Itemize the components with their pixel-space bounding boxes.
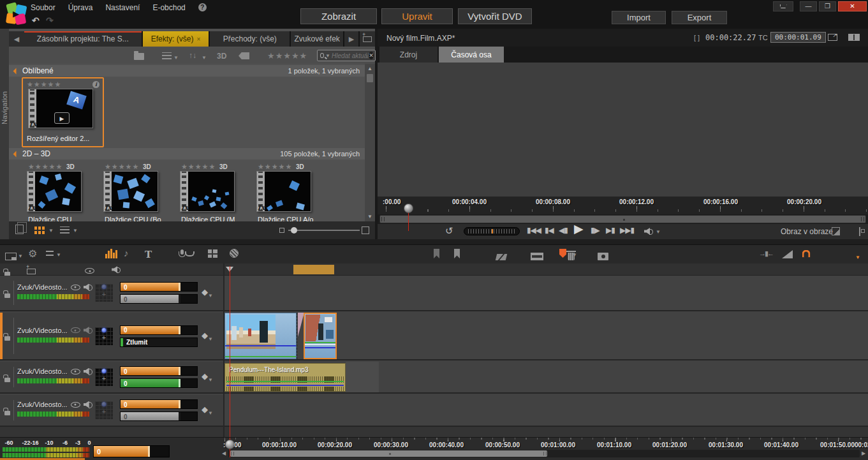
montage-grid-icon[interactable] bbox=[208, 249, 217, 258]
marker-caret-icon[interactable]: ▼ bbox=[572, 252, 577, 258]
track-volume-slider[interactable]: 0 bbox=[120, 282, 198, 292]
sort-caret-icon[interactable]: ▼ bbox=[202, 55, 207, 61]
scrollbar-grip[interactable] bbox=[543, 452, 547, 456]
scrollbar-grip[interactable] bbox=[381, 217, 385, 221]
track-body-2[interactable] bbox=[224, 313, 868, 360]
track-name[interactable]: Zvuk/Videosto... bbox=[17, 401, 68, 408]
go-to-end-button[interactable]: ▶▶▮ bbox=[620, 224, 634, 237]
timecode-display[interactable]: 00:00:01.09 bbox=[770, 32, 826, 43]
tab-sound-effects[interactable]: Zvukové efek bbox=[291, 31, 343, 47]
grid-view-caret-icon[interactable]: ▼ bbox=[48, 228, 54, 234]
tab-project-bin[interactable]: Zásobník projektu: The S... bbox=[24, 31, 142, 47]
close-button[interactable]: ✕ bbox=[838, 1, 867, 11]
section-header-favorites[interactable]: Oblíbené 1 položek, 1 vybraných bbox=[9, 65, 365, 77]
tab-casova-osa[interactable]: Časová osa bbox=[439, 47, 504, 63]
track-volume-slider[interactable]: 0 bbox=[120, 325, 198, 335]
panel-stack-icon[interactable] bbox=[15, 225, 24, 234]
track-pan-grid[interactable] bbox=[94, 283, 114, 302]
tab-scroll-left-icon[interactable]: ◀ bbox=[9, 31, 24, 47]
preview-area[interactable] bbox=[378, 63, 868, 197]
track-name[interactable]: Zvuk/Videosto... bbox=[17, 327, 68, 334]
go-to-start-button[interactable]: ▮◀◀ bbox=[527, 224, 541, 237]
zoom-in-icon[interactable] bbox=[362, 226, 369, 234]
settings-gear-icon[interactable]: ⚙ bbox=[28, 248, 37, 260]
folder-icon[interactable] bbox=[134, 53, 144, 60]
card-rating-stars[interactable]: ★★★★★ bbox=[28, 163, 63, 171]
range-marker[interactable] bbox=[293, 265, 334, 274]
track-pan-grid[interactable] bbox=[94, 367, 114, 387]
mute-all-speaker-icon[interactable] bbox=[112, 266, 121, 273]
scrollbar-grip[interactable] bbox=[231, 452, 234, 456]
customize-toolbar-icon[interactable] bbox=[5, 253, 17, 260]
thumbnail-zoom-slider[interactable] bbox=[288, 230, 360, 231]
effect-card-advanced-editor[interactable]: ★★★★★ i fx A ▶ Rozšířený editor 2... bbox=[22, 77, 104, 147]
next-clip-button[interactable]: ▶▮ bbox=[606, 224, 615, 237]
menu-soubor[interactable]: Soubor bbox=[31, 3, 55, 12]
track-secondary-slider[interactable]: 0 bbox=[120, 412, 198, 421]
track-speaker-icon[interactable] bbox=[84, 368, 93, 375]
track-secondary-slider[interactable]: 0 bbox=[120, 378, 198, 388]
track-eye-icon[interactable] bbox=[71, 369, 80, 375]
section-header-2d3d[interactable]: 2D – 3D 105 položek, 1 vybraných bbox=[9, 148, 365, 160]
scroll-down-icon[interactable]: ▼ bbox=[367, 214, 372, 219]
help-icon[interactable]: ? bbox=[198, 3, 207, 11]
volume-line[interactable] bbox=[225, 345, 296, 346]
music-clef-icon[interactable]: ♪ bbox=[124, 248, 129, 258]
collapse-triangle-icon[interactable] bbox=[13, 151, 20, 157]
keyframe-diamond-icon[interactable]: ◆▼ bbox=[202, 371, 213, 383]
jog-shuttle[interactable] bbox=[464, 227, 520, 235]
master-volume-slider[interactable]: 0 bbox=[93, 445, 170, 457]
track-eye-icon[interactable] bbox=[71, 285, 80, 290]
track-eye-icon[interactable] bbox=[71, 402, 80, 408]
split-caret-icon[interactable]: ▼ bbox=[855, 255, 860, 260]
sort-icon[interactable]: ↑↓ bbox=[189, 51, 196, 60]
scrollbar-thumb[interactable] bbox=[367, 74, 373, 82]
track-mute-indicator[interactable]: Ztlumit bbox=[120, 338, 198, 347]
track-lock-icon[interactable] bbox=[4, 378, 10, 382]
audio-mixer-icon[interactable] bbox=[105, 249, 117, 258]
track-speaker-icon[interactable] bbox=[84, 401, 93, 408]
color-wheel-icon[interactable] bbox=[230, 249, 239, 258]
green-line[interactable] bbox=[225, 356, 296, 357]
grid-view-icon[interactable] bbox=[34, 226, 37, 230]
transition-ramp-icon[interactable] bbox=[782, 250, 793, 258]
crop-icon[interactable] bbox=[859, 227, 860, 236]
track-body-4[interactable] bbox=[224, 395, 868, 427]
restore-button[interactable]: ❐ bbox=[819, 1, 836, 11]
track-speaker-icon[interactable] bbox=[84, 327, 93, 334]
snapshot-camera-icon[interactable] bbox=[598, 253, 608, 260]
effect-thumbnail[interactable]: fx bbox=[256, 171, 311, 212]
close-gap-icon[interactable]: →▮← bbox=[759, 249, 773, 258]
track-lock-icon[interactable] bbox=[4, 293, 10, 298]
scroll-up-icon[interactable]: ▲ bbox=[367, 66, 372, 71]
tab-scroll-right-icon[interactable]: ▶ bbox=[344, 31, 358, 47]
scrollbar-grip[interactable] bbox=[861, 217, 864, 221]
zoom-slider-knob[interactable] bbox=[291, 227, 297, 234]
tab-transitions[interactable]: Přechody: (vše) bbox=[210, 31, 290, 47]
title-editor-icon[interactable]: T bbox=[145, 249, 152, 260]
play-button[interactable]: ▶ bbox=[574, 223, 583, 235]
dual-monitor-icon[interactable] bbox=[848, 34, 860, 41]
rating-filter-stars[interactable]: ★★★★★ bbox=[267, 51, 307, 61]
prev-clip-button[interactable]: ▮◀ bbox=[545, 224, 554, 237]
volume-line[interactable] bbox=[226, 385, 344, 386]
search-input[interactable] bbox=[332, 52, 369, 59]
minimize-button[interactable]: — bbox=[800, 1, 817, 11]
scrollbar-thumb[interactable] bbox=[230, 450, 547, 457]
list-view-caret-icon[interactable]: ▼ bbox=[173, 55, 179, 61]
player-scrollbar[interactable] bbox=[379, 215, 866, 223]
export-button[interactable]: Export bbox=[672, 11, 727, 24]
menu-nastaveni[interactable]: Nastavení bbox=[105, 3, 140, 12]
search-icon[interactable] bbox=[320, 53, 324, 58]
menu-uprava[interactable]: Úprava bbox=[68, 3, 93, 12]
list-view-icon[interactable] bbox=[60, 226, 70, 234]
undo-icon[interactable]: ↶ bbox=[32, 15, 40, 26]
info-icon[interactable]: i bbox=[92, 81, 99, 88]
mode-vytvorit-dvd-button[interactable]: Vytvořit DVD bbox=[458, 8, 532, 24]
keyframe-diamond-icon[interactable]: ◆▼ bbox=[202, 404, 213, 416]
track-body-3[interactable]: Pendulum---The-Island.mp3 bbox=[224, 362, 868, 394]
razor-icon[interactable] bbox=[496, 254, 507, 260]
add-tab-icon[interactable] bbox=[360, 31, 375, 47]
track-volume-slider[interactable]: 0 bbox=[120, 366, 198, 376]
card-rating-stars[interactable]: ★★★★★ bbox=[105, 163, 139, 171]
